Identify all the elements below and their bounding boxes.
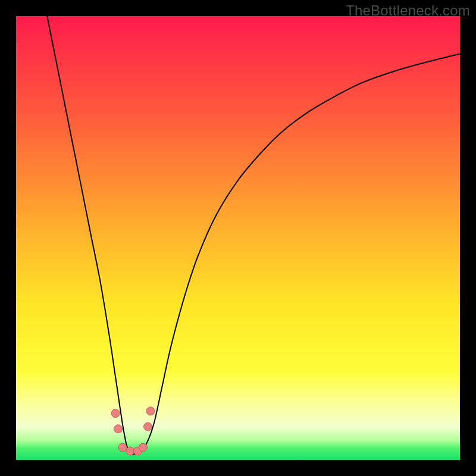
valley-point [144,422,152,431]
chart-frame: TheBottleneck.com [0,0,476,476]
valley-point [126,447,134,455]
bottleneck-chart [16,16,460,460]
valley-point [114,425,123,433]
watermark-text: TheBottleneck.com [346,2,470,19]
valley-point [118,443,127,452]
valley-point [146,407,155,415]
chart-background [16,16,460,460]
valley-point [139,443,147,452]
valley-point [111,409,120,418]
